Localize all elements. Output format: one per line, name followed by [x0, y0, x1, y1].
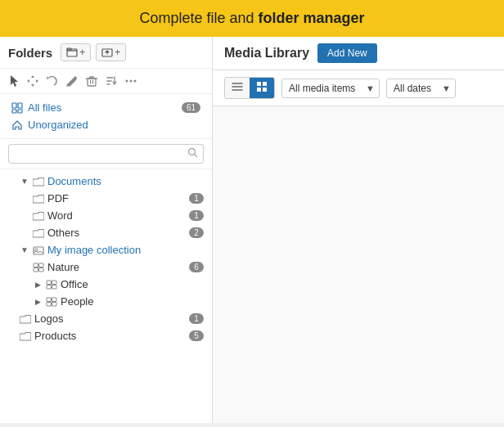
edit-icon[interactable] — [65, 74, 79, 88]
svg-rect-9 — [12, 110, 16, 113]
unorganized-label: Unorganized — [28, 119, 88, 131]
left-panel: Folders + + — [0, 37, 213, 423]
svg-point-4 — [126, 80, 128, 83]
svg-point-5 — [130, 80, 133, 83]
list-view-button[interactable] — [225, 78, 250, 98]
word-label: Word — [47, 209, 186, 222]
tree-item-word[interactable]: Word 1 — [0, 207, 212, 224]
svg-rect-19 — [52, 281, 57, 285]
search-wrapper — [8, 144, 204, 164]
folder-icon — [33, 228, 44, 238]
filter-dates-wrapper: All dates 2024 2023 2022 ▼ — [386, 79, 456, 98]
list-icon — [232, 81, 243, 92]
tree-item-others[interactable]: Others 2 — [0, 224, 212, 241]
chevron-right-icon-office: ▶ — [33, 281, 43, 289]
add-new-button[interactable]: Add New — [317, 43, 377, 63]
svg-rect-13 — [35, 249, 38, 251]
svg-rect-27 — [263, 82, 267, 86]
others-label: Others — [47, 227, 186, 239]
svg-rect-22 — [47, 298, 52, 302]
toolbar — [0, 69, 212, 94]
main-layout: Folders + + — [0, 37, 504, 423]
top-banner: Complete file and folder manager — [0, 0, 504, 37]
folder-icon — [33, 211, 44, 221]
tree-item-logos[interactable]: Logos 1 — [0, 310, 212, 327]
left-panel-inner: Folders + + — [0, 37, 212, 423]
people-label: People — [61, 295, 204, 308]
grid-icon — [256, 81, 268, 92]
quick-links: All files 61 Unorganized — [0, 94, 212, 139]
folders-title: Folders — [8, 46, 52, 60]
nature-badge: 6 — [189, 262, 204, 272]
svg-rect-10 — [18, 110, 22, 113]
svg-rect-24 — [47, 302, 52, 306]
banner-text: Complete file and folder manager — [139, 10, 364, 26]
right-panel: Media Library Add New — [213, 37, 504, 423]
pdf-badge: 1 — [189, 193, 204, 204]
filter-dates-select[interactable]: All dates 2024 2023 2022 — [386, 79, 456, 98]
upload-plus: + — [115, 47, 120, 58]
pdf-label: PDF — [47, 192, 186, 205]
cursor-icon[interactable] — [8, 74, 20, 88]
svg-rect-18 — [47, 281, 52, 285]
gallery-folder-icon — [33, 245, 44, 255]
svg-rect-25 — [52, 302, 57, 306]
media-content — [213, 106, 504, 423]
all-files-icon — [11, 102, 23, 114]
others-badge: 2 — [189, 227, 204, 238]
tree-item-nature[interactable]: Nature 6 — [0, 258, 212, 276]
filter-items-select[interactable]: All media items Images Audio Video Docum… — [281, 79, 380, 98]
svg-rect-15 — [39, 263, 44, 267]
svg-rect-7 — [12, 103, 16, 108]
view-toggle — [224, 77, 275, 99]
delete-icon[interactable] — [85, 74, 98, 88]
svg-rect-29 — [263, 88, 267, 92]
svg-point-6 — [134, 80, 137, 83]
svg-rect-3 — [88, 79, 96, 86]
documents-label: Documents — [47, 175, 204, 187]
new-folder-icon — [66, 47, 78, 58]
tree-item-products[interactable]: Products 5 — [0, 327, 212, 344]
svg-rect-14 — [34, 263, 38, 267]
media-title: Media Library — [224, 46, 309, 61]
tree-item-documents[interactable]: ▼ Documents — [0, 173, 212, 190]
media-toolbar: All media items Images Audio Video Docum… — [213, 70, 504, 106]
chevron-down-icon: ▼ — [20, 177, 29, 186]
word-badge: 1 — [189, 210, 204, 221]
new-folder-plus: + — [79, 47, 85, 58]
all-files-label: All files — [28, 101, 61, 114]
products-badge: 5 — [189, 330, 204, 341]
sort-icon[interactable] — [105, 74, 118, 88]
svg-rect-16 — [34, 267, 38, 272]
tree-item-image-collection[interactable]: ▼ My image collection — [0, 241, 212, 258]
unorganized-link[interactable]: Unorganized — [8, 116, 204, 133]
folders-header: Folders + + — [0, 37, 212, 69]
folder-icon — [33, 177, 44, 187]
svg-rect-17 — [39, 267, 44, 272]
more-icon[interactable] — [124, 74, 137, 88]
all-files-link[interactable]: All files 61 — [8, 99, 204, 116]
tree-area: ▼ Documents PDF 1 — [0, 169, 212, 423]
upload-button[interactable]: + — [96, 43, 126, 61]
grid-view-button[interactable] — [250, 78, 274, 98]
chevron-right-icon-people: ▶ — [33, 298, 43, 306]
gallery-icon-2 — [46, 280, 57, 290]
search-box — [0, 139, 212, 169]
gallery-icon — [33, 263, 44, 272]
svg-rect-26 — [257, 82, 261, 86]
new-folder-button[interactable]: + — [61, 43, 91, 61]
move-icon[interactable] — [26, 74, 39, 88]
svg-rect-28 — [257, 88, 261, 92]
logos-label: Logos — [34, 312, 186, 325]
svg-rect-20 — [47, 285, 52, 289]
tree-item-pdf[interactable]: PDF 1 — [0, 190, 212, 207]
tree-item-office[interactable]: ▶ Office — [0, 276, 212, 293]
filter-items-wrapper: All media items Images Audio Video Docum… — [281, 79, 380, 98]
all-files-badge: 61 — [182, 102, 200, 113]
nature-label: Nature — [47, 261, 186, 273]
undo-icon[interactable] — [46, 74, 59, 88]
search-input[interactable] — [8, 144, 204, 164]
folder-icon-logos — [20, 314, 31, 324]
gallery-icon-3 — [46, 297, 57, 307]
tree-item-people[interactable]: ▶ People — [0, 293, 212, 310]
